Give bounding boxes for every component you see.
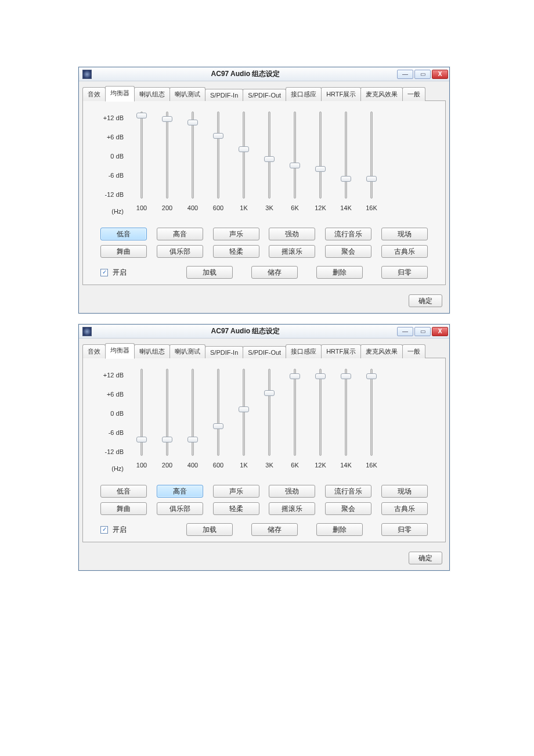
eq-slider-16K[interactable] <box>364 111 379 199</box>
enable-checkbox[interactable]: ✓ <box>100 526 108 534</box>
minimize-button[interactable]: — <box>397 70 413 79</box>
preset-button-古典乐[interactable]: 古典乐 <box>381 245 428 258</box>
maximize-button[interactable]: ▭ <box>414 70 431 79</box>
slider-thumb[interactable] <box>162 437 172 442</box>
slider-thumb[interactable] <box>162 116 172 122</box>
slider-thumb[interactable] <box>315 166 326 172</box>
slider-thumb[interactable] <box>341 373 351 379</box>
preset-button-流行音乐[interactable]: 流行音乐 <box>325 485 371 498</box>
action-button-删除[interactable]: 删除 <box>316 266 363 279</box>
preset-button-俱乐部[interactable]: 俱乐部 <box>157 245 203 258</box>
tab-一般[interactable]: 一般 <box>402 87 425 101</box>
eq-slider-200[interactable] <box>160 111 175 199</box>
slider-thumb[interactable] <box>239 146 249 152</box>
tab-HRTF展示[interactable]: HRTF展示 <box>321 87 361 101</box>
preset-button-声乐[interactable]: 声乐 <box>213 485 259 498</box>
slider-thumb[interactable] <box>366 176 377 182</box>
eq-slider-3K[interactable] <box>262 111 277 199</box>
eq-slider-14K[interactable] <box>338 369 353 456</box>
slider-thumb[interactable] <box>366 373 377 379</box>
slider-thumb[interactable] <box>290 163 300 168</box>
preset-button-现场[interactable]: 现场 <box>381 228 428 240</box>
action-button-删除[interactable]: 删除 <box>316 523 363 536</box>
eq-slider-12K[interactable] <box>313 369 328 456</box>
preset-button-声乐[interactable]: 声乐 <box>213 228 259 240</box>
tab-接口感应[interactable]: 接口感应 <box>286 344 322 358</box>
slider-thumb[interactable] <box>290 373 300 379</box>
eq-slider-400[interactable] <box>185 369 200 456</box>
slider-thumb[interactable] <box>264 390 275 396</box>
preset-button-强劲[interactable]: 强劲 <box>269 485 315 498</box>
eq-slider-6K[interactable] <box>287 369 302 456</box>
eq-slider-1K[interactable] <box>236 111 251 199</box>
tab-喇叭测试[interactable]: 喇叭测试 <box>169 344 205 358</box>
slider-thumb[interactable] <box>187 120 198 125</box>
eq-slider-600[interactable] <box>211 111 226 199</box>
tab-S/PDIF-Out[interactable]: S/PDIF-Out <box>243 346 286 358</box>
slider-thumb[interactable] <box>315 373 326 379</box>
preset-button-摇滚乐[interactable]: 摇滚乐 <box>269 245 315 258</box>
eq-slider-100[interactable] <box>134 111 149 199</box>
preset-button-聚会[interactable]: 聚会 <box>325 245 371 258</box>
preset-button-低音[interactable]: 低音 <box>100 485 147 498</box>
tab-音效[interactable]: 音效 <box>82 87 106 101</box>
preset-button-轻柔[interactable]: 轻柔 <box>213 502 259 515</box>
preset-button-俱乐部[interactable]: 俱乐部 <box>157 502 203 515</box>
eq-slider-14K[interactable] <box>338 111 353 199</box>
preset-button-古典乐[interactable]: 古典乐 <box>381 502 428 515</box>
eq-slider-12K[interactable] <box>313 111 328 199</box>
preset-button-低音[interactable]: 低音 <box>100 228 147 240</box>
eq-slider-16K[interactable] <box>364 369 379 456</box>
eq-slider-100[interactable] <box>134 369 149 456</box>
enable-checkbox[interactable]: ✓ <box>100 269 108 276</box>
tab-麦克风效果[interactable]: 麦克风效果 <box>360 344 403 358</box>
tab-均衡器[interactable]: 均衡器 <box>105 86 135 102</box>
tab-音效[interactable]: 音效 <box>82 344 106 358</box>
preset-button-轻柔[interactable]: 轻柔 <box>213 245 259 258</box>
tab-一般[interactable]: 一般 <box>402 344 425 358</box>
action-button-储存[interactable]: 储存 <box>251 523 298 536</box>
eq-slider-6K[interactable] <box>287 111 302 199</box>
preset-button-现场[interactable]: 现场 <box>381 485 428 498</box>
action-button-归零[interactable]: 归零 <box>381 266 428 279</box>
ok-button[interactable]: 确定 <box>409 552 442 564</box>
ok-button[interactable]: 确定 <box>409 294 442 307</box>
preset-button-舞曲[interactable]: 舞曲 <box>100 502 147 515</box>
tab-喇叭组态[interactable]: 喇叭组态 <box>134 344 170 358</box>
slider-thumb[interactable] <box>136 113 147 118</box>
eq-slider-400[interactable] <box>185 111 200 199</box>
slider-thumb[interactable] <box>239 406 249 412</box>
slider-thumb[interactable] <box>136 437 147 442</box>
eq-slider-3K[interactable] <box>262 369 277 456</box>
action-button-加载[interactable]: 加载 <box>186 523 233 536</box>
preset-button-聚会[interactable]: 聚会 <box>325 502 371 515</box>
preset-button-舞曲[interactable]: 舞曲 <box>100 245 147 258</box>
slider-thumb[interactable] <box>187 437 198 442</box>
preset-button-高音[interactable]: 高音 <box>157 485 203 498</box>
tab-HRTF展示[interactable]: HRTF展示 <box>321 344 361 358</box>
preset-button-摇滚乐[interactable]: 摇滚乐 <box>269 502 315 515</box>
tab-S/PDIF-In[interactable]: S/PDIF-In <box>205 346 243 358</box>
preset-button-高音[interactable]: 高音 <box>157 228 203 240</box>
slider-thumb[interactable] <box>341 176 351 182</box>
maximize-button[interactable]: ▭ <box>414 327 431 336</box>
eq-slider-1K[interactable] <box>236 369 251 456</box>
slider-thumb[interactable] <box>213 133 223 139</box>
close-button[interactable]: X <box>432 70 448 79</box>
minimize-button[interactable]: — <box>397 327 413 336</box>
action-button-储存[interactable]: 储存 <box>251 266 298 279</box>
close-button[interactable]: X <box>432 327 448 336</box>
tab-喇叭组态[interactable]: 喇叭组态 <box>134 87 170 101</box>
eq-slider-200[interactable] <box>160 369 175 456</box>
preset-button-流行音乐[interactable]: 流行音乐 <box>325 228 371 240</box>
tab-麦克风效果[interactable]: 麦克风效果 <box>360 87 403 101</box>
tab-均衡器[interactable]: 均衡器 <box>105 343 135 359</box>
preset-button-强劲[interactable]: 强劲 <box>269 228 315 240</box>
slider-thumb[interactable] <box>213 423 223 429</box>
tab-S/PDIF-In[interactable]: S/PDIF-In <box>205 89 243 101</box>
tab-喇叭测试[interactable]: 喇叭测试 <box>169 87 205 101</box>
slider-thumb[interactable] <box>264 156 275 162</box>
eq-slider-600[interactable] <box>211 369 226 456</box>
tab-接口感应[interactable]: 接口感应 <box>286 87 322 101</box>
action-button-归零[interactable]: 归零 <box>381 523 428 536</box>
